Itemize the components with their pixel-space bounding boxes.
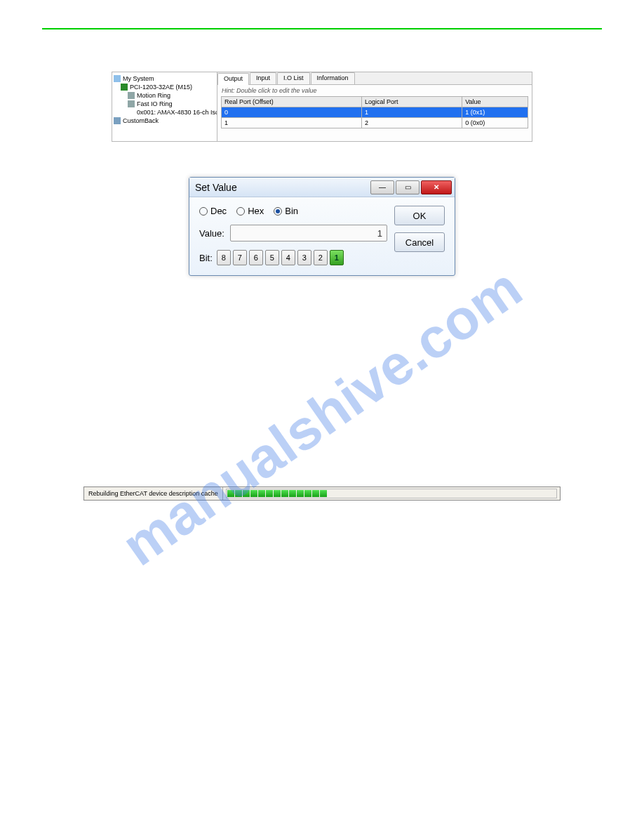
bit-6-button[interactable]: 6: [249, 250, 263, 265]
progress-track: [226, 489, 557, 498]
tree-card[interactable]: PCI-1203-32AE (M15): [114, 83, 215, 91]
tree-label: My System: [123, 75, 154, 82]
bit-7-button[interactable]: 7: [233, 250, 247, 265]
tree-pane: My System PCI-1203-32AE (M15) Motion Rin…: [112, 72, 217, 141]
tree-label: Motion Ring: [137, 92, 170, 99]
radio-bin[interactable]: Bin: [274, 206, 298, 216]
cell-logical: 1: [361, 107, 462, 118]
minimize-button[interactable]: —: [370, 180, 394, 194]
ok-button[interactable]: OK: [394, 206, 445, 225]
io-table: Real Port (Offset) Logical Port Value 0 …: [221, 96, 528, 128]
tabstrip: Output Input I.O List Information: [217, 72, 532, 85]
progress-block: [281, 490, 288, 497]
set-value-dialog: Set Value — ▭ ✕ Dec Hex Bin Value: 1 Bit…: [189, 177, 455, 276]
window-buttons: — ▭ ✕: [370, 180, 452, 194]
dialog-titlebar[interactable]: Set Value — ▭ ✕: [189, 178, 455, 197]
bit-2-button[interactable]: 2: [314, 250, 328, 265]
tab-io-list[interactable]: I.O List: [277, 72, 310, 84]
cell-real: 0: [222, 107, 362, 118]
cancel-button[interactable]: Cancel: [394, 232, 445, 252]
dialog-title: Set Value: [195, 182, 237, 193]
radio-label: Hex: [248, 206, 264, 216]
progress-block: [227, 490, 234, 497]
hint-text: Hint: Double click to edit the value: [217, 85, 532, 96]
progress-block: [258, 490, 265, 497]
col-logical-port: Logical Port: [361, 97, 462, 107]
col-real-port: Real Port (Offset): [222, 97, 362, 107]
radio-label: Bin: [285, 206, 298, 216]
progress-block: [304, 490, 311, 497]
statusbar-progress: Rebuilding EtherCAT device description c…: [83, 486, 561, 501]
bit-5-button[interactable]: 5: [265, 250, 279, 265]
progress-label: Rebuilding EtherCAT device description c…: [84, 487, 223, 500]
minimize-icon: —: [379, 183, 386, 191]
bit-4-button[interactable]: 4: [281, 250, 295, 265]
watermark-text: manualshive.com: [111, 256, 534, 578]
bit-3-button[interactable]: 3: [297, 250, 311, 265]
progress-block: [312, 490, 319, 497]
maximize-icon: ▭: [405, 183, 411, 191]
progress-block: [235, 490, 242, 497]
close-icon: ✕: [434, 183, 439, 191]
value-label: Value:: [199, 228, 224, 239]
tree-root[interactable]: My System: [114, 74, 215, 83]
progress-block: [320, 490, 327, 497]
col-value: Value: [462, 97, 528, 107]
table-row[interactable]: 1 2 0 (0x0): [222, 118, 528, 128]
tree-motion-ring[interactable]: Motion Ring: [114, 91, 215, 100]
cell-real: 1: [222, 118, 362, 128]
close-button[interactable]: ✕: [421, 180, 452, 194]
progress-block: [250, 490, 257, 497]
radio-icon: [199, 207, 208, 216]
tree-label: Fast IO Ring: [137, 100, 173, 107]
tree-label: PCI-1203-32AE (M15): [130, 84, 192, 91]
folder-icon: [114, 75, 121, 82]
radix-radio-group: Dec Hex Bin: [199, 206, 387, 216]
custom-icon: [114, 117, 121, 124]
card-icon: [121, 84, 128, 91]
ring-icon: [128, 92, 135, 99]
bit-8-button[interactable]: 8: [217, 250, 231, 265]
ring-icon: [128, 100, 135, 107]
tree-custom-back[interactable]: CustomBack: [114, 117, 215, 125]
progress-block: [243, 490, 250, 497]
radio-icon: [274, 207, 282, 216]
progress-block: [289, 490, 296, 497]
tab-input[interactable]: Input: [250, 72, 276, 84]
tree-device[interactable]: 0x001: AMAX-4830 16-ch Iso.: [114, 108, 215, 117]
radio-icon: [236, 207, 245, 216]
radio-dec[interactable]: Dec: [199, 206, 227, 216]
right-pane: Output Input I.O List Information Hint: …: [217, 72, 532, 141]
cell-value: 1 (0x1): [462, 107, 528, 118]
bit-label: Bit:: [199, 253, 213, 263]
tab-output[interactable]: Output: [217, 73, 249, 85]
table-row[interactable]: 0 1 1 (0x1): [222, 107, 528, 118]
maximize-button[interactable]: ▭: [396, 180, 420, 194]
progress-block: [266, 490, 273, 497]
value-input[interactable]: 1: [230, 225, 387, 241]
progress-block: [274, 490, 281, 497]
tree-fast-io-ring[interactable]: Fast IO Ring: [114, 100, 215, 108]
radio-label: Dec: [210, 206, 227, 216]
screenshot-tree-table: My System PCI-1203-32AE (M15) Motion Rin…: [112, 72, 532, 142]
bit-buttons: 8 7 6 5 4 3 2 1: [217, 250, 344, 265]
progress-blocks: [227, 490, 327, 497]
tree-label: 0x001: AMAX-4830 16-ch Iso.: [137, 109, 217, 116]
progress-block: [297, 490, 304, 497]
radio-hex[interactable]: Hex: [236, 206, 264, 216]
tab-information[interactable]: Information: [311, 72, 355, 84]
tree-label: CustomBack: [123, 117, 159, 124]
bit-1-button[interactable]: 1: [330, 250, 344, 265]
cell-logical: 2: [361, 118, 462, 128]
cell-value: 0 (0x0): [462, 118, 528, 128]
